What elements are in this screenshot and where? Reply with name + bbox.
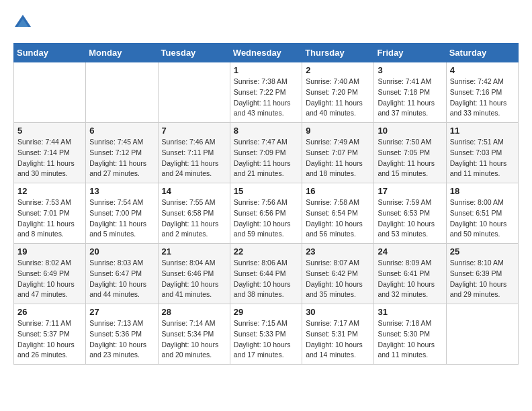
- day-number: 14: [162, 186, 226, 196]
- weekday-header-monday: Monday: [86, 44, 158, 62]
- calendar-cell: 10Sunrise: 7:50 AM Sunset: 7:05 PM Dayli…: [374, 123, 446, 183]
- calendar-cell: 11Sunrise: 7:51 AM Sunset: 7:03 PM Dayli…: [446, 123, 518, 183]
- calendar-cell: 14Sunrise: 7:55 AM Sunset: 6:58 PM Dayli…: [158, 183, 230, 244]
- calendar-cell: 5Sunrise: 7:44 AM Sunset: 7:14 PM Daylig…: [14, 123, 86, 183]
- day-number: 1: [234, 65, 298, 75]
- day-info: Sunrise: 7:44 AM Sunset: 7:14 PM Dayligh…: [17, 137, 82, 179]
- calendar-cell: 19Sunrise: 8:02 AM Sunset: 6:49 PM Dayli…: [14, 244, 86, 304]
- day-number: 4: [450, 65, 515, 75]
- day-info: Sunrise: 7:11 AM Sunset: 5:37 PM Dayligh…: [17, 318, 82, 361]
- calendar-cell: 15Sunrise: 7:56 AM Sunset: 6:56 PM Dayli…: [230, 183, 302, 244]
- weekday-header-tuesday: Tuesday: [158, 44, 230, 62]
- day-info: Sunrise: 8:06 AM Sunset: 6:44 PM Dayligh…: [234, 258, 298, 300]
- day-number: 13: [89, 186, 154, 196]
- calendar-cell: 18Sunrise: 8:00 AM Sunset: 6:51 PM Dayli…: [446, 183, 518, 244]
- logo: [13, 13, 35, 32]
- calendar-cell: 28Sunrise: 7:14 AM Sunset: 5:34 PM Dayli…: [158, 304, 230, 365]
- day-info: Sunrise: 7:17 AM Sunset: 5:31 PM Dayligh…: [306, 318, 370, 361]
- day-number: 26: [17, 307, 82, 317]
- calendar-week-1: 1Sunrise: 7:38 AM Sunset: 7:22 PM Daylig…: [14, 62, 519, 123]
- calendar-cell: [86, 62, 158, 123]
- weekday-header-saturday: Saturday: [446, 44, 518, 62]
- day-info: Sunrise: 7:41 AM Sunset: 7:18 PM Dayligh…: [378, 77, 442, 119]
- calendar-week-5: 26Sunrise: 7:11 AM Sunset: 5:37 PM Dayli…: [14, 304, 519, 365]
- calendar-cell: 31Sunrise: 7:18 AM Sunset: 5:30 PM Dayli…: [374, 304, 446, 365]
- weekday-header-friday: Friday: [374, 44, 446, 62]
- calendar-cell: 17Sunrise: 7:59 AM Sunset: 6:53 PM Dayli…: [374, 183, 446, 244]
- day-number: 11: [450, 126, 515, 136]
- day-number: 12: [17, 186, 82, 196]
- calendar-week-4: 19Sunrise: 8:02 AM Sunset: 6:49 PM Dayli…: [14, 244, 519, 304]
- day-info: Sunrise: 8:04 AM Sunset: 6:46 PM Dayligh…: [162, 258, 226, 300]
- day-number: 20: [89, 246, 154, 257]
- calendar-cell: [446, 304, 518, 365]
- day-info: Sunrise: 7:51 AM Sunset: 7:03 PM Dayligh…: [450, 137, 515, 179]
- day-info: Sunrise: 7:55 AM Sunset: 6:58 PM Dayligh…: [162, 197, 226, 240]
- day-info: Sunrise: 7:56 AM Sunset: 6:56 PM Dayligh…: [234, 197, 298, 240]
- day-info: Sunrise: 7:38 AM Sunset: 7:22 PM Dayligh…: [234, 77, 298, 119]
- calendar-cell: 13Sunrise: 7:54 AM Sunset: 7:00 PM Dayli…: [86, 183, 158, 244]
- calendar-cell: 1Sunrise: 7:38 AM Sunset: 7:22 PM Daylig…: [230, 62, 302, 123]
- calendar-cell: 9Sunrise: 7:49 AM Sunset: 7:07 PM Daylig…: [302, 123, 374, 183]
- calendar-cell: 23Sunrise: 8:07 AM Sunset: 6:42 PM Dayli…: [302, 244, 374, 304]
- calendar-header: SundayMondayTuesdayWednesdayThursdayFrid…: [14, 44, 519, 62]
- calendar-cell: 8Sunrise: 7:47 AM Sunset: 7:09 PM Daylig…: [230, 123, 302, 183]
- calendar-cell: 27Sunrise: 7:13 AM Sunset: 5:36 PM Dayli…: [86, 304, 158, 365]
- day-number: 23: [306, 246, 370, 257]
- day-info: Sunrise: 7:49 AM Sunset: 7:07 PM Dayligh…: [306, 137, 370, 179]
- day-number: 17: [378, 186, 442, 196]
- day-info: Sunrise: 8:10 AM Sunset: 6:39 PM Dayligh…: [450, 258, 515, 300]
- day-info: Sunrise: 8:02 AM Sunset: 6:49 PM Dayligh…: [17, 258, 82, 300]
- day-info: Sunrise: 7:50 AM Sunset: 7:05 PM Dayligh…: [378, 137, 442, 179]
- calendar-cell: 20Sunrise: 8:03 AM Sunset: 6:47 PM Dayli…: [86, 244, 158, 304]
- day-number: 8: [234, 126, 298, 136]
- day-info: Sunrise: 8:09 AM Sunset: 6:41 PM Dayligh…: [378, 258, 442, 300]
- calendar-cell: 4Sunrise: 7:42 AM Sunset: 7:16 PM Daylig…: [446, 62, 518, 123]
- day-number: 27: [89, 307, 154, 317]
- calendar-cell: 26Sunrise: 7:11 AM Sunset: 5:37 PM Dayli…: [14, 304, 86, 365]
- day-number: 5: [17, 126, 82, 136]
- calendar-cell: 22Sunrise: 8:06 AM Sunset: 6:44 PM Dayli…: [230, 244, 302, 304]
- calendar-cell: 2Sunrise: 7:40 AM Sunset: 7:20 PM Daylig…: [302, 62, 374, 123]
- day-number: 24: [378, 246, 442, 257]
- weekday-header-thursday: Thursday: [302, 44, 374, 62]
- day-number: 9: [306, 126, 370, 136]
- day-info: Sunrise: 7:40 AM Sunset: 7:20 PM Dayligh…: [306, 77, 370, 119]
- weekday-header-wednesday: Wednesday: [230, 44, 302, 62]
- day-info: Sunrise: 7:14 AM Sunset: 5:34 PM Dayligh…: [162, 318, 226, 361]
- day-info: Sunrise: 7:45 AM Sunset: 7:12 PM Dayligh…: [89, 137, 154, 179]
- day-number: 31: [378, 307, 442, 317]
- day-number: 6: [89, 126, 154, 136]
- calendar-table: SundayMondayTuesdayWednesdayThursdayFrid…: [13, 43, 519, 365]
- calendar-cell: 7Sunrise: 7:46 AM Sunset: 7:11 PM Daylig…: [158, 123, 230, 183]
- calendar-cell: 6Sunrise: 7:45 AM Sunset: 7:12 PM Daylig…: [86, 123, 158, 183]
- logo-icon: [13, 13, 32, 32]
- day-info: Sunrise: 7:58 AM Sunset: 6:54 PM Dayligh…: [306, 197, 370, 240]
- day-number: 22: [234, 246, 298, 257]
- calendar-cell: 12Sunrise: 7:53 AM Sunset: 7:01 PM Dayli…: [14, 183, 86, 244]
- day-number: 21: [162, 246, 226, 257]
- day-number: 29: [234, 307, 298, 317]
- day-info: Sunrise: 8:07 AM Sunset: 6:42 PM Dayligh…: [306, 258, 370, 300]
- day-number: 7: [162, 126, 226, 136]
- day-number: 16: [306, 186, 370, 196]
- day-info: Sunrise: 7:18 AM Sunset: 5:30 PM Dayligh…: [378, 318, 442, 361]
- day-number: 28: [162, 307, 226, 317]
- day-number: 19: [17, 246, 82, 257]
- calendar-cell: 24Sunrise: 8:09 AM Sunset: 6:41 PM Dayli…: [374, 244, 446, 304]
- calendar-cell: [14, 62, 86, 123]
- weekday-header-sunday: Sunday: [14, 44, 86, 62]
- day-info: Sunrise: 8:03 AM Sunset: 6:47 PM Dayligh…: [89, 258, 154, 300]
- day-info: Sunrise: 7:47 AM Sunset: 7:09 PM Dayligh…: [234, 137, 298, 179]
- day-number: 15: [234, 186, 298, 196]
- day-number: 2: [306, 65, 370, 75]
- day-number: 3: [378, 65, 442, 75]
- day-number: 25: [450, 246, 515, 257]
- calendar-cell: 3Sunrise: 7:41 AM Sunset: 7:18 PM Daylig…: [374, 62, 446, 123]
- day-info: Sunrise: 7:53 AM Sunset: 7:01 PM Dayligh…: [17, 197, 82, 240]
- day-info: Sunrise: 7:59 AM Sunset: 6:53 PM Dayligh…: [378, 197, 442, 240]
- calendar-cell: 16Sunrise: 7:58 AM Sunset: 6:54 PM Dayli…: [302, 183, 374, 244]
- day-info: Sunrise: 7:13 AM Sunset: 5:36 PM Dayligh…: [89, 318, 154, 361]
- day-info: Sunrise: 7:46 AM Sunset: 7:11 PM Dayligh…: [162, 137, 226, 179]
- calendar-cell: 21Sunrise: 8:04 AM Sunset: 6:46 PM Dayli…: [158, 244, 230, 304]
